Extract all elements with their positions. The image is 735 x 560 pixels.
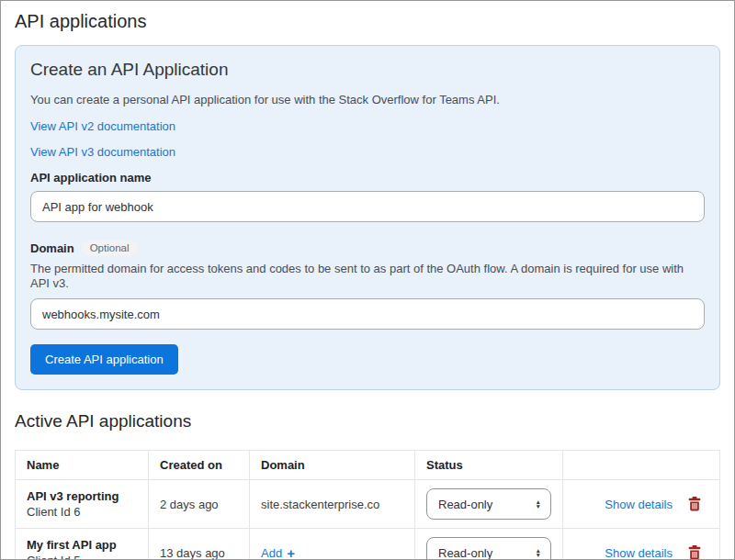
optional-badge: Optional <box>82 241 138 256</box>
create-api-application-panel: Create an API Application You can create… <box>15 45 720 390</box>
status-select[interactable]: Read-only ▲ ▼ <box>426 537 551 560</box>
active-applications-table: Name Created on Domain Status API v3 rep… <box>15 450 720 560</box>
app-domain: site.stackenterprise.co <box>250 480 415 529</box>
header-created-on: Created on <box>149 451 250 480</box>
create-panel-description: You can create a personal API applicatio… <box>30 93 705 107</box>
header-actions <box>563 451 720 480</box>
select-updown-icon: ▲ ▼ <box>536 548 541 558</box>
show-details-link[interactable]: Show details <box>605 498 673 511</box>
status-select[interactable]: Read-only ▲ ▼ <box>426 488 551 520</box>
create-panel-heading: Create an API Application <box>30 59 705 80</box>
delete-application-button[interactable] <box>688 545 701 560</box>
header-domain: Domain <box>250 451 415 480</box>
active-applications-heading: Active API applications <box>15 410 720 431</box>
app-name: API v3 reporting <box>27 488 137 504</box>
api-v3-docs-link[interactable]: View API v3 documentation <box>30 145 175 160</box>
header-status: Status <box>415 451 563 480</box>
name-field-label: API application name <box>30 171 151 185</box>
plus-icon: + <box>287 547 295 559</box>
show-details-link[interactable]: Show details <box>605 546 673 560</box>
app-created-on: 2 days ago <box>149 480 250 529</box>
trash-icon <box>688 497 701 511</box>
add-domain-link[interactable]: Add + <box>261 546 295 560</box>
table-row: API v3 reporting Client Id 6 2 days ago … <box>16 480 720 529</box>
api-application-name-input[interactable] <box>30 191 705 222</box>
domain-field-label-row: Domain Optional <box>30 241 705 256</box>
app-client-id: Client Id 6 <box>27 504 137 520</box>
select-updown-icon: ▲ ▼ <box>536 499 541 510</box>
status-select-value: Read-only <box>438 546 492 560</box>
api-applications-page: API applications Create an API Applicati… <box>1 1 734 560</box>
domain-help-text: The permitted domain for access tokens a… <box>30 262 705 291</box>
add-domain-label: Add <box>261 546 282 560</box>
app-name: My first API app <box>27 537 137 553</box>
domain-field-label: Domain <box>30 241 74 256</box>
table-header-row: Name Created on Domain Status <box>16 451 720 480</box>
trash-icon <box>688 545 701 560</box>
delete-application-button[interactable] <box>688 497 701 511</box>
table-row: My first API app Client Id 5 13 days ago… <box>16 529 720 560</box>
app-client-id: Client Id 5 <box>27 553 137 560</box>
domain-input[interactable] <box>30 298 705 330</box>
header-name: Name <box>16 451 149 480</box>
status-select-value: Read-only <box>438 498 492 511</box>
row-actions: Show details <box>574 497 708 511</box>
name-field-label-row: API application name <box>30 171 705 185</box>
page-title: API applications <box>15 11 720 32</box>
api-v2-docs-link[interactable]: View API v2 documentation <box>30 119 175 134</box>
create-api-application-button[interactable]: Create API application <box>30 344 178 375</box>
row-actions: Show details <box>574 545 708 560</box>
app-created-on: 13 days ago <box>149 529 250 560</box>
